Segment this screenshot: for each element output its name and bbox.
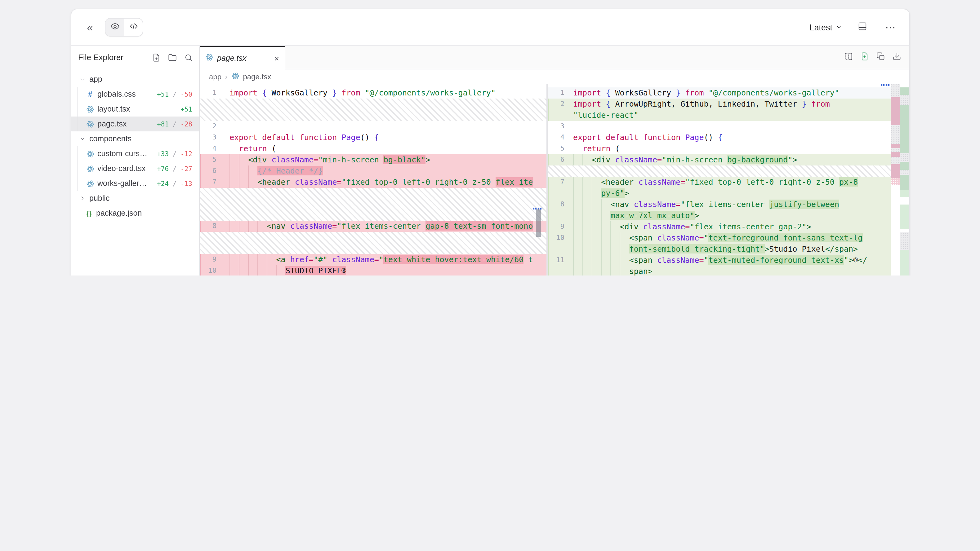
code-line[interactable]: 9 <a href="#" className="text-white hove… [200,254,546,265]
code-text: <header className="fixed top-0 left-0 ri… [222,177,546,188]
minimap-block [891,84,900,97]
vertical-scrollbar[interactable] [536,210,541,237]
diff-stats: +51 [180,105,199,113]
tree-item-app[interactable]: app [71,72,199,87]
diff-minimap[interactable] [891,84,909,275]
preview-mode-button[interactable] [105,19,124,36]
code-line[interactable]: py-6"> [548,188,909,199]
code-mode-button[interactable] [124,19,143,36]
line-number: 1 [200,87,222,98]
breadcrumb-file[interactable]: page.tsx [243,72,271,81]
tree-item-video-card.tsx[interactable]: video-card.tsx+76 / -27 [71,161,199,176]
tree-item-label: components [89,135,132,143]
code-line[interactable]: "lucide-react" [548,110,909,121]
code-line[interactable]: font-semibold tracking-tight">Studio Pix… [548,244,909,255]
version-label: Latest [810,22,832,32]
minimap-deletions-column [891,84,900,275]
diff-pane-after[interactable]: 1import { WorksGallery } from "@/compone… [548,84,909,275]
minimap-block [900,162,909,170]
minimap-block [891,97,900,125]
panel-bottom-button[interactable] [853,19,871,36]
code-line[interactable]: 3export default function Page() { [200,132,546,143]
download-icon[interactable] [892,52,901,63]
minimap-block [900,105,909,153]
code-line[interactable]: 10 STUDIO PIXEL® [200,265,546,275]
minimap-block [900,87,909,95]
line-number: 3 [548,121,570,132]
breadcrumb-folder[interactable]: app [209,72,221,81]
code-line[interactable]: 8 <nav className="flex items-center gap-… [200,221,546,232]
code-line[interactable]: 9 <div className="flex items-center gap-… [548,221,909,232]
code-line[interactable]: 4 return ( [200,143,546,154]
copy-icon[interactable] [877,52,885,63]
code-text: <nav className="flex items-center gap-8 … [222,221,546,232]
eye-icon [110,21,119,33]
diff-pane-before[interactable]: 1import { WorksGallery } from "@/compone… [200,84,548,275]
tree-item-custom-curs-[interactable]: custom-curs…+33 / -12 [71,146,199,161]
split-diff-icon[interactable] [844,52,853,63]
line-number: 1 [548,87,570,98]
search-icon[interactable] [184,53,193,62]
new-folder-icon[interactable] [168,53,177,62]
line-number: 9 [548,221,570,232]
code-line[interactable]: 2 [200,121,546,132]
tree-item-package.json[interactable]: {}package.json [71,206,199,221]
code-line[interactable]: 1import { WorksGallery } from "@/compone… [200,87,546,98]
tree-item-public[interactable]: public [71,191,199,206]
code-line[interactable]: 6 {/* Header */} [200,165,546,177]
code-line[interactable]: 10 <span className="text-foreground font… [548,232,909,244]
breadcrumb-separator: › [225,73,228,80]
code-text: <div className="min-h-screen bg-backgrou… [570,154,909,165]
code-line[interactable]: 3 [548,121,909,132]
before-rows: 1import { WorksGallery } from "@/compone… [200,87,546,275]
line-number: 10 [200,265,222,275]
code-text: return ( [570,143,909,154]
top-toolbar: « Latest ⋯ [71,9,909,46]
code-text: font-semibold tracking-tight">Studio Pix… [570,244,909,255]
code-line[interactable]: 4export default function Page() { [548,132,909,143]
code-line[interactable]: 7 <header className="fixed top-0 left-0 … [200,177,546,188]
react-icon [231,71,239,81]
react-icon [205,53,213,64]
code-text: <div className="flex items-center gap-2"… [570,221,909,232]
code-line[interactable]: 1import { WorksGallery } from "@/compone… [548,87,909,98]
minimap-block [891,125,900,144]
tree-item-globals.css[interactable]: #globals.css+51 / -50 [71,87,199,102]
code-line[interactable]: max-w-7xl mx-auto"> [548,210,909,221]
chevron-right-icon [78,195,88,202]
version-dropdown[interactable]: Latest [810,22,842,32]
code-line[interactable]: span> [548,266,909,275]
code-line[interactable]: 11 <span className="text-muted-foregroun… [548,255,909,266]
collapsed-diff-gap [548,165,909,177]
minimap-block [891,164,900,178]
tab-page-tsx[interactable]: page.tsx × [200,46,285,70]
collapse-panel-button[interactable]: « [81,19,99,36]
tree-item-layout.tsx[interactable]: layout.tsx+51 [71,102,199,116]
code-line[interactable]: 2import { ArrowUpRight, Github, Linkedin… [548,98,909,110]
code-icon [129,21,138,33]
diff-stats: +81 / -28 [157,120,199,128]
close-icon[interactable]: × [274,54,279,63]
tree-item-page.tsx[interactable]: page.tsx+81 / -28 [71,116,199,132]
code-line[interactable]: 5 <div className="min-h-screen bg-black"… [200,154,546,165]
tree-item-label: layout.tsx [97,105,130,113]
code-text: max-w-7xl mx-auto"> [570,210,909,221]
new-file-icon[interactable] [152,53,161,62]
code-line[interactable]: 6 <div className="min-h-screen bg-backgr… [548,154,909,165]
line-number: 2 [548,98,570,110]
tree-item-works-galler-[interactable]: works-galler…+24 / -13 [71,176,199,191]
code-line[interactable]: 8 <nav className="flex items-center just… [548,199,909,210]
more-options-button[interactable]: ⋯ [882,19,899,36]
code-line[interactable]: 7 <header className="fixed top-0 left-0 … [548,177,909,188]
code-line[interactable]: 5 return ( [548,143,909,154]
line-number: 11 [548,255,570,266]
code-text: <a href="#" className="text-white hover:… [222,254,546,265]
tree-item-components[interactable]: components [71,132,199,146]
react-icon [85,179,95,187]
react-icon [85,105,95,113]
line-number: 5 [200,154,222,165]
code-text: "lucide-react" [570,110,909,121]
diff-stats: +51 / -50 [157,91,199,98]
file-diff-icon[interactable] [860,52,869,63]
code-text: py-6"> [570,188,909,199]
